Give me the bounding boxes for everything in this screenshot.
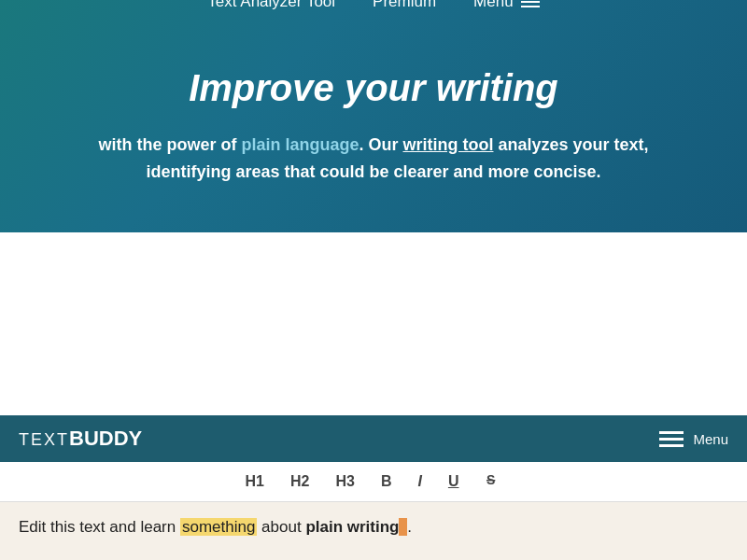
editor-highlighted-word: something [180,518,257,536]
hero-title: Improve your writing [75,67,672,109]
editor-text-after: . [407,518,412,536]
bottom-header: TEXTBUDDY Menu [0,415,747,462]
bottom-logo: TEXTBUDDY [19,427,142,451]
subtitle-before: with the power of [98,135,241,154]
svg-text:S: S [486,472,495,487]
editor-text-before: Edit this text and learn [19,518,180,536]
editor-cursor-indicator [399,518,407,536]
nav-analyzer-link-2[interactable]: Text Analyzer Tool [207,0,335,11]
bottom-section: TEXTBUDDY Menu H1 H2 H3 B I U S Edit thi… [0,415,747,560]
hero-content: Improve your writing with the power of p… [0,49,747,186]
bold-button[interactable]: B [377,471,396,492]
formatting-toolbar: H1 H2 H3 B I U S [0,462,747,502]
bottom-brand-buddy: BUDDY [69,427,142,450]
bottom-menu-label: Menu [693,431,728,447]
menu-label-2: Menu [473,0,514,11]
bottom-hamburger-icon [659,431,684,447]
writing-tool-link[interactable]: writing tool [402,135,493,154]
hero-section: Text Analyzer Tool Premium Menu TEXTBUDD… [0,0,747,232]
subtitle-middle: . Our [359,135,402,154]
nav-premium-link-2[interactable]: Premium [373,0,436,11]
italic-button[interactable]: I [414,471,425,492]
plain-language-link[interactable]: plain language [241,135,359,154]
editor-area[interactable]: Edit this text and learn something about… [0,502,747,553]
bottom-brand-text: TEXT [19,430,69,449]
nav-menu-link-2[interactable]: Menu [473,0,540,11]
editor-bold-text: plain writing [305,518,399,536]
strikethrough-button[interactable]: S [481,469,505,494]
h2-button[interactable]: H2 [287,471,313,492]
hamburger-icon-2 [521,0,540,7]
h3-button[interactable]: H3 [331,471,358,492]
strikethrough-icon: S [485,471,501,488]
underline-button[interactable]: U [444,471,463,492]
hero-subtitle: with the power of plain language. Our wr… [75,132,672,186]
bottom-menu[interactable]: Menu [659,431,728,447]
h1-button[interactable]: H1 [242,471,268,492]
editor-text-middle: about [257,518,305,536]
